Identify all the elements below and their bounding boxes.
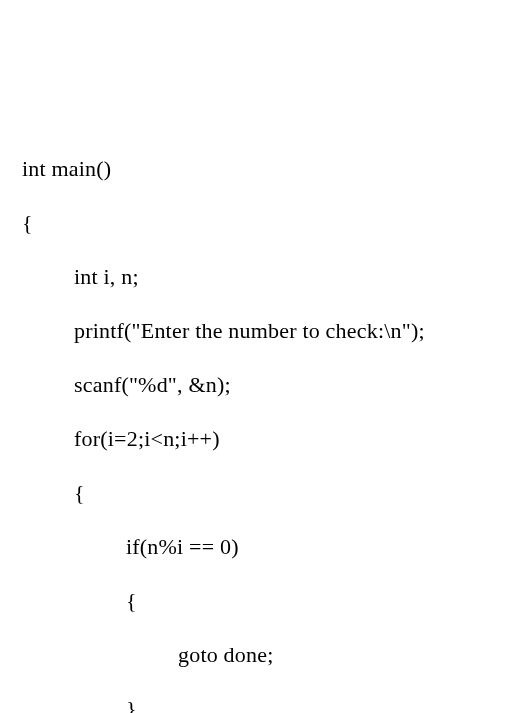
code-line: printf("Enter the number to check:\n"); bbox=[22, 317, 525, 344]
code-block: int main() { int i, n; printf("Enter the… bbox=[22, 128, 525, 713]
code-line: } bbox=[22, 695, 525, 713]
code-line: { bbox=[22, 209, 525, 236]
code-line: if(n%i == 0) bbox=[22, 533, 525, 560]
code-line: int main() bbox=[22, 155, 525, 182]
code-line: { bbox=[22, 587, 525, 614]
code-line: { bbox=[22, 479, 525, 506]
code-line: goto done; bbox=[22, 641, 525, 668]
code-line: int i, n; bbox=[22, 263, 525, 290]
code-line: for(i=2;i<n;i++) bbox=[22, 425, 525, 452]
code-line: scanf("%d", &n); bbox=[22, 371, 525, 398]
